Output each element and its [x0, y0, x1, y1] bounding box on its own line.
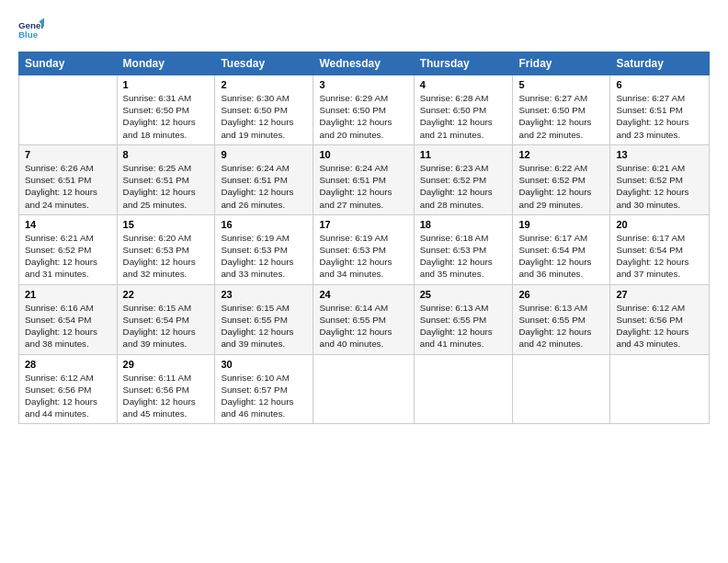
calendar-cell: 30Sunrise: 6:10 AMSunset: 6:57 PMDayligh…: [215, 354, 313, 424]
day-number: 13: [616, 149, 703, 160]
calendar-cell: [610, 354, 710, 424]
day-number: 18: [420, 219, 507, 230]
week-row-3: 14Sunrise: 6:21 AMSunset: 6:52 PMDayligh…: [19, 214, 710, 284]
week-row-2: 7Sunrise: 6:26 AMSunset: 6:51 PMDaylight…: [19, 144, 710, 214]
calendar-table: SundayMondayTuesdayWednesdayThursdayFrid…: [18, 52, 710, 424]
day-content: Sunrise: 6:18 AMSunset: 6:53 PMDaylight:…: [420, 232, 507, 281]
calendar-cell: 9Sunrise: 6:24 AMSunset: 6:51 PMDaylight…: [215, 144, 313, 214]
logo: General Blue: [18, 17, 50, 42]
day-content: Sunrise: 6:14 AMSunset: 6:55 PMDaylight:…: [319, 302, 407, 350]
day-number: 27: [616, 289, 703, 300]
calendar-cell: 2Sunrise: 6:30 AMSunset: 6:50 PMDaylight…: [215, 75, 313, 145]
week-row-4: 21Sunrise: 6:16 AMSunset: 6:54 PMDayligh…: [19, 284, 710, 354]
day-content: Sunrise: 6:12 AMSunset: 6:56 PMDaylight:…: [25, 372, 111, 420]
calendar-cell: 27Sunrise: 6:12 AMSunset: 6:56 PMDayligh…: [610, 284, 710, 354]
calendar-cell: 26Sunrise: 6:13 AMSunset: 6:55 PMDayligh…: [513, 284, 610, 354]
day-number: 6: [616, 79, 703, 90]
day-number: 10: [319, 149, 407, 160]
day-number: 5: [518, 79, 604, 90]
day-number: 15: [123, 219, 210, 230]
day-content: Sunrise: 6:10 AMSunset: 6:57 PMDaylight:…: [221, 372, 307, 420]
calendar-cell: 6Sunrise: 6:27 AMSunset: 6:51 PMDaylight…: [610, 75, 710, 145]
day-number: 17: [319, 219, 407, 230]
page-header: General Blue: [18, 17, 710, 42]
day-number: 1: [123, 79, 210, 90]
calendar-cell: 11Sunrise: 6:23 AMSunset: 6:52 PMDayligh…: [414, 144, 513, 214]
calendar-cell: 12Sunrise: 6:22 AMSunset: 6:52 PMDayligh…: [513, 144, 610, 214]
header-thursday: Thursday: [414, 52, 513, 75]
day-number: 8: [123, 149, 210, 160]
calendar-cell: [414, 354, 513, 424]
week-row-1: 1Sunrise: 6:31 AMSunset: 6:50 PMDaylight…: [19, 75, 710, 145]
day-number: 3: [319, 79, 407, 90]
day-content: Sunrise: 6:11 AMSunset: 6:56 PMDaylight:…: [123, 372, 210, 420]
day-number: 30: [221, 359, 307, 370]
day-number: 26: [518, 289, 604, 300]
day-content: Sunrise: 6:19 AMSunset: 6:53 PMDaylight:…: [221, 232, 307, 281]
day-number: 4: [420, 79, 507, 90]
day-content: Sunrise: 6:17 AMSunset: 6:54 PMDaylight:…: [616, 232, 703, 281]
day-content: Sunrise: 6:26 AMSunset: 6:51 PMDaylight:…: [25, 162, 111, 211]
day-content: Sunrise: 6:16 AMSunset: 6:54 PMDaylight:…: [25, 302, 111, 350]
header-tuesday: Tuesday: [215, 52, 313, 75]
header-sunday: Sunday: [19, 52, 118, 75]
header-monday: Monday: [117, 52, 215, 75]
day-content: Sunrise: 6:22 AMSunset: 6:52 PMDaylight:…: [518, 162, 604, 211]
day-number: 14: [25, 219, 111, 230]
day-content: Sunrise: 6:17 AMSunset: 6:54 PMDaylight:…: [518, 232, 604, 281]
calendar-cell: 17Sunrise: 6:19 AMSunset: 6:53 PMDayligh…: [313, 214, 414, 284]
calendar-cell: 3Sunrise: 6:29 AMSunset: 6:50 PMDaylight…: [313, 75, 414, 145]
calendar-cell: 8Sunrise: 6:25 AMSunset: 6:51 PMDaylight…: [117, 144, 215, 214]
calendar-cell: 13Sunrise: 6:21 AMSunset: 6:52 PMDayligh…: [610, 144, 710, 214]
calendar-cell: 19Sunrise: 6:17 AMSunset: 6:54 PMDayligh…: [513, 214, 610, 284]
calendar-cell: 10Sunrise: 6:24 AMSunset: 6:51 PMDayligh…: [313, 144, 414, 214]
day-content: Sunrise: 6:27 AMSunset: 6:50 PMDaylight:…: [518, 92, 604, 141]
day-number: 21: [25, 289, 111, 300]
calendar-header-row: SundayMondayTuesdayWednesdayThursdayFrid…: [19, 52, 710, 75]
day-number: 16: [221, 219, 307, 230]
calendar-cell: 7Sunrise: 6:26 AMSunset: 6:51 PMDaylight…: [19, 144, 118, 214]
day-content: Sunrise: 6:21 AMSunset: 6:52 PMDaylight:…: [25, 232, 111, 281]
logo-icon: General Blue: [18, 17, 44, 42]
calendar-cell: 14Sunrise: 6:21 AMSunset: 6:52 PMDayligh…: [19, 214, 118, 284]
day-content: Sunrise: 6:19 AMSunset: 6:53 PMDaylight:…: [319, 232, 407, 281]
day-content: Sunrise: 6:29 AMSunset: 6:50 PMDaylight:…: [319, 92, 407, 141]
day-number: 29: [123, 359, 210, 370]
calendar-cell: 22Sunrise: 6:15 AMSunset: 6:54 PMDayligh…: [117, 284, 215, 354]
day-number: 24: [319, 289, 407, 300]
day-number: 7: [25, 149, 111, 160]
day-content: Sunrise: 6:24 AMSunset: 6:51 PMDaylight:…: [319, 162, 407, 211]
calendar-cell: 5Sunrise: 6:27 AMSunset: 6:50 PMDaylight…: [513, 75, 610, 145]
calendar-cell: 24Sunrise: 6:14 AMSunset: 6:55 PMDayligh…: [313, 284, 414, 354]
day-content: Sunrise: 6:15 AMSunset: 6:54 PMDaylight:…: [123, 302, 210, 350]
day-content: Sunrise: 6:31 AMSunset: 6:50 PMDaylight:…: [123, 92, 210, 141]
day-content: Sunrise: 6:25 AMSunset: 6:51 PMDaylight:…: [123, 162, 210, 211]
calendar-cell: [313, 354, 414, 424]
header-saturday: Saturday: [610, 52, 710, 75]
day-content: Sunrise: 6:27 AMSunset: 6:51 PMDaylight:…: [616, 92, 703, 141]
day-number: 11: [420, 149, 507, 160]
calendar-cell: 20Sunrise: 6:17 AMSunset: 6:54 PMDayligh…: [610, 214, 710, 284]
calendar-cell: 29Sunrise: 6:11 AMSunset: 6:56 PMDayligh…: [117, 354, 215, 424]
calendar-cell: 15Sunrise: 6:20 AMSunset: 6:53 PMDayligh…: [117, 214, 215, 284]
day-number: 12: [518, 149, 604, 160]
day-content: Sunrise: 6:23 AMSunset: 6:52 PMDaylight:…: [420, 162, 507, 211]
day-number: 22: [123, 289, 210, 300]
calendar-cell: [19, 75, 118, 145]
day-number: 2: [221, 79, 307, 90]
day-content: Sunrise: 6:15 AMSunset: 6:55 PMDaylight:…: [221, 302, 307, 350]
day-number: 9: [221, 149, 307, 160]
day-number: 20: [616, 219, 703, 230]
calendar-cell: 25Sunrise: 6:13 AMSunset: 6:55 PMDayligh…: [414, 284, 513, 354]
day-content: Sunrise: 6:24 AMSunset: 6:51 PMDaylight:…: [221, 162, 307, 211]
calendar-cell: 1Sunrise: 6:31 AMSunset: 6:50 PMDaylight…: [117, 75, 215, 145]
week-row-5: 28Sunrise: 6:12 AMSunset: 6:56 PMDayligh…: [19, 354, 710, 424]
calendar-cell: 4Sunrise: 6:28 AMSunset: 6:50 PMDaylight…: [414, 75, 513, 145]
day-content: Sunrise: 6:30 AMSunset: 6:50 PMDaylight:…: [221, 92, 307, 141]
day-content: Sunrise: 6:13 AMSunset: 6:55 PMDaylight:…: [518, 302, 604, 350]
calendar-cell: 21Sunrise: 6:16 AMSunset: 6:54 PMDayligh…: [19, 284, 118, 354]
day-content: Sunrise: 6:21 AMSunset: 6:52 PMDaylight:…: [616, 162, 703, 211]
day-number: 25: [420, 289, 507, 300]
header-friday: Friday: [513, 52, 610, 75]
day-content: Sunrise: 6:13 AMSunset: 6:55 PMDaylight:…: [420, 302, 507, 350]
